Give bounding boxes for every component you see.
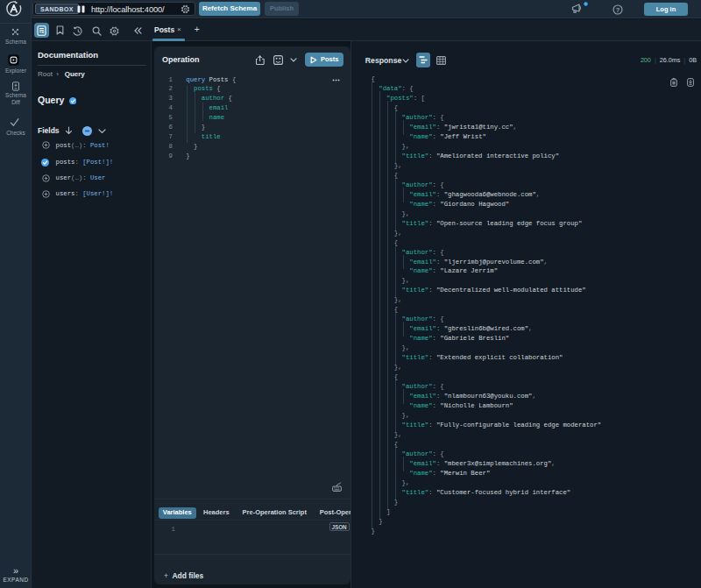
svg-text:?: ? xyxy=(616,6,620,14)
